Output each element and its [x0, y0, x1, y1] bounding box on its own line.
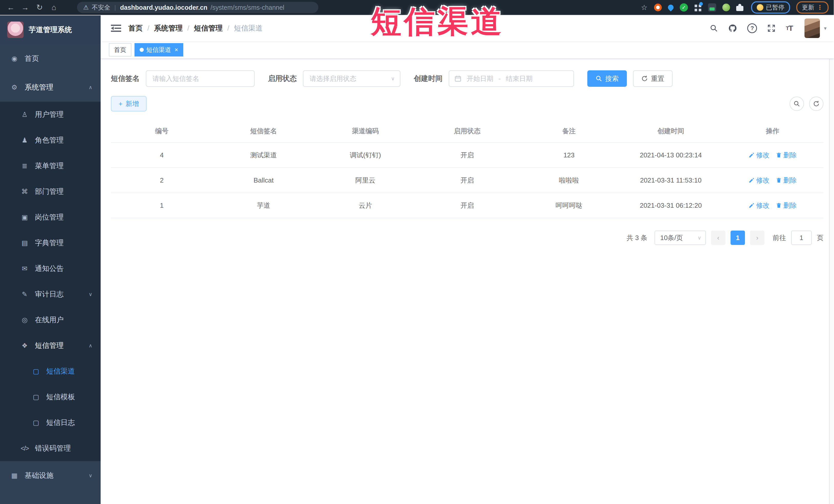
breadcrumb-sms[interactable]: 短信管理	[194, 23, 223, 33]
user-menu-caret-icon[interactable]: ▾	[824, 25, 827, 31]
message-icon: ✉	[21, 265, 29, 273]
toggle-search-button[interactable]	[790, 96, 804, 111]
table-row: 1 芋道 云片 开启 呵呵呵哒 2021-03-31 06:12:20 修改	[111, 193, 824, 218]
prev-page-button[interactable]: ‹	[711, 231, 725, 245]
refresh-button[interactable]	[809, 96, 824, 111]
bookmark-star-icon[interactable]: ☆	[641, 3, 648, 12]
help-icon[interactable]: ?	[747, 23, 757, 33]
breadcrumb-home[interactable]: 首页	[128, 23, 143, 33]
user-avatar[interactable]	[805, 19, 820, 38]
extension-check-icon[interactable]: ✓	[680, 3, 688, 12]
top-navbar: 首页 / 系统管理 / 短信管理 / 短信渠道 ?	[101, 16, 834, 41]
sidebar-item-user-management[interactable]: ♙ 用户管理	[0, 102, 101, 127]
sidebar-item-role-management[interactable]: ♟ 角色管理	[0, 127, 101, 153]
sidebar-item-notice[interactable]: ✉ 通知公告	[0, 256, 101, 281]
page-content: 短信签名 启用状态 请选择启用状态 ∨ 创建时间	[101, 59, 834, 504]
add-button[interactable]: + 新增	[111, 96, 147, 111]
expand-caret-icon: ∨	[89, 291, 92, 297]
edit-link[interactable]: 修改	[748, 176, 770, 185]
breadcrumb-current: 短信渠道	[234, 23, 263, 33]
url-host: dashboard.yudao.iocoder.cn	[120, 4, 207, 11]
dictionary-icon: ▤	[21, 239, 29, 247]
status-label: 启用状态	[268, 74, 297, 84]
sidebar-item-menu-management[interactable]: ≣ 菜单管理	[0, 153, 101, 179]
sidebar-item-online-users[interactable]: ◎ 在线用户	[0, 307, 101, 333]
col-remark: 备注	[518, 127, 620, 136]
sidebar-item-infrastructure[interactable]: ▦ 基础设施 ∨	[0, 461, 101, 490]
sidebar-item-sms-channel[interactable]: ▢ 短信渠道	[0, 358, 101, 384]
status-value: 开启	[416, 176, 518, 185]
github-icon[interactable]	[728, 24, 737, 32]
tab-home[interactable]: 首页	[109, 43, 131, 57]
sidebar-item-dept-management[interactable]: ⌘ 部门管理	[0, 179, 101, 204]
end-date-placeholder[interactable]: 结束日期	[506, 74, 533, 83]
extension-puzzle-icon[interactable]	[736, 4, 743, 11]
delete-link[interactable]: 删除	[776, 176, 797, 185]
org-tree-icon: ⌘	[21, 188, 29, 196]
edit-link[interactable]: 修改	[748, 151, 770, 160]
extension-grid-icon[interactable]	[694, 4, 702, 11]
next-page-button[interactable]: ›	[750, 231, 764, 245]
sidebar-item-home[interactable]: ◉ 首页	[0, 44, 101, 73]
edit-pencil-icon	[748, 177, 755, 183]
start-date-placeholder[interactable]: 开始日期	[467, 74, 493, 83]
page-size-select[interactable]: 10条/页 ∨	[655, 231, 706, 245]
sidebar-item-system-management[interactable]: ⚙ 系统管理 ∧	[0, 73, 101, 102]
delete-link[interactable]: 删除	[776, 151, 797, 160]
address-bar[interactable]: ⚠ 不安全 | dashboard.yudao.iocoder.cn/syste…	[77, 2, 318, 13]
range-separator: -	[499, 75, 501, 83]
font-size-icon[interactable]: TT	[786, 24, 793, 32]
search-button[interactable]: 搜索	[587, 70, 627, 87]
page-1-button[interactable]: 1	[730, 231, 745, 245]
tab-sms-channel[interactable]: 短信渠道 ×	[134, 43, 183, 57]
col-status: 启用状态	[416, 127, 518, 136]
extension-pin-icon[interactable]	[668, 5, 674, 10]
main-area: 首页 / 系统管理 / 短信管理 / 短信渠道 ?	[101, 16, 834, 504]
sidebar-item-dict-management[interactable]: ▤ 字典管理	[0, 230, 101, 256]
edit-pencil-icon	[748, 202, 755, 209]
breadcrumb-separator: /	[147, 24, 149, 32]
sidebar-toggle-icon[interactable]	[111, 24, 121, 32]
extension-ring-icon[interactable]	[654, 4, 662, 11]
signature-label: 短信签名	[111, 74, 140, 84]
app-logo	[7, 22, 24, 38]
close-icon[interactable]: ×	[175, 46, 178, 53]
calendar-icon	[454, 75, 462, 82]
edit-link[interactable]: 修改	[748, 201, 770, 210]
audit-log-icon: ✎	[21, 290, 29, 298]
table-toolbar: + 新增	[111, 96, 824, 111]
sidebar-item-sms-management[interactable]: ❖ 短信管理 ∧	[0, 333, 101, 358]
browser-reload-icon[interactable]: ↻	[34, 4, 45, 11]
expand-caret-icon: ∨	[89, 473, 92, 479]
signature-input[interactable]	[146, 75, 254, 83]
page-scrollbar[interactable]	[829, 16, 834, 504]
badge-icon: ▣	[21, 213, 29, 221]
extension-sprout-icon[interactable]	[722, 4, 730, 11]
sidebar-item-sms-template[interactable]: ▢ 短信模板	[0, 384, 101, 410]
breadcrumb-system[interactable]: 系统管理	[154, 23, 183, 33]
browser-back-icon[interactable]: ←	[5, 4, 17, 11]
sidebar-item-error-code[interactable]: </> 错误码管理	[0, 435, 101, 461]
reset-button[interactable]: 重置	[633, 70, 673, 87]
trash-icon	[776, 152, 782, 158]
date-range-picker[interactable]: 开始日期 - 结束日期	[449, 70, 574, 87]
extension-switch-icon[interactable]	[708, 3, 716, 12]
sidebar-item-post-management[interactable]: ▣ 岗位管理	[0, 204, 101, 230]
app-logo-row[interactable]: 芋道管理系统	[0, 16, 101, 44]
browser-home-icon[interactable]: ⌂	[48, 4, 60, 11]
goto-page-input[interactable]	[791, 231, 812, 245]
sidebar-item-sms-log[interactable]: ▢ 短信日志	[0, 410, 101, 435]
paused-extension-chip[interactable]: 已暂停	[751, 1, 790, 14]
collapse-caret-icon: ∧	[89, 84, 92, 90]
browser-forward-icon[interactable]: →	[20, 4, 31, 11]
fullscreen-icon[interactable]	[767, 24, 775, 32]
delete-link[interactable]: 删除	[776, 201, 797, 210]
breadcrumb-separator: /	[188, 24, 190, 32]
browser-update-button[interactable]: 更新 ⋮	[796, 1, 829, 14]
screenshot-viewport: ← → ↻ ⌂ ⚠ 不安全 | dashboard.yudao.iocoder.…	[0, 0, 834, 504]
search-icon[interactable]	[710, 24, 718, 32]
sidebar-item-audit-log[interactable]: ✎ 审计日志 ∨	[0, 281, 101, 307]
status-select[interactable]: 请选择启用状态 ∨	[303, 70, 400, 87]
browser-menu-icon[interactable]: ⋮	[817, 4, 823, 11]
trash-icon	[776, 202, 782, 209]
